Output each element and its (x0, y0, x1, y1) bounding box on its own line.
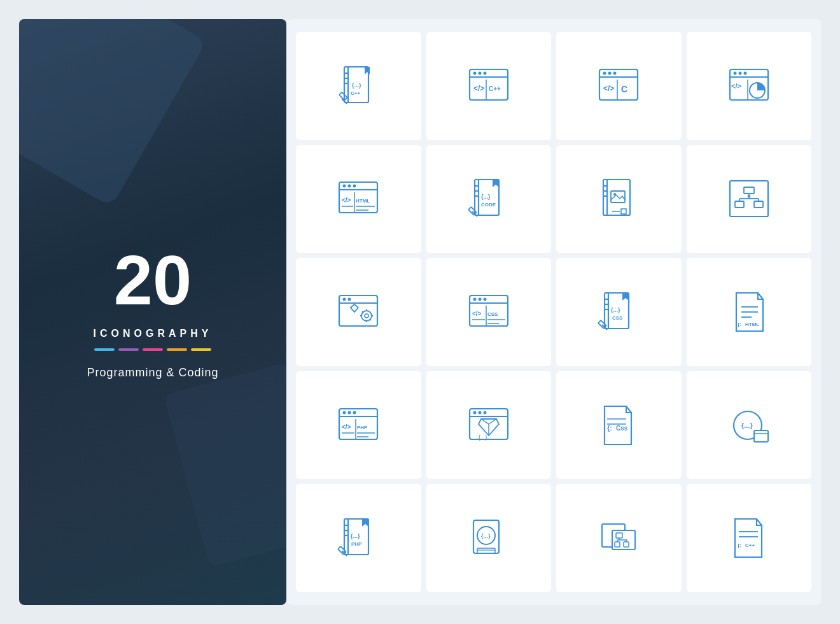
svg-text:CSS: CSS (612, 315, 623, 321)
icon-cell-cpp-notebook: {...} C++ (296, 32, 421, 140)
svg-marker-148 (362, 519, 368, 527)
svg-point-36 (343, 185, 346, 188)
iconography-label: ICONOGRAPHY (87, 328, 218, 339)
svg-text:</>: </> (342, 423, 351, 430)
right-panel: {...} C++ </> (286, 19, 821, 605)
icon-cell-html-file: {: HTML (687, 258, 812, 366)
icon-cell-css-browser: </> CSS (426, 258, 552, 366)
svg-point-38 (353, 185, 356, 188)
svg-text:</>: </> (731, 82, 741, 90)
icon-cell-flowchart-app (556, 484, 682, 592)
svg-line-83 (362, 311, 363, 313)
svg-point-37 (348, 185, 351, 188)
svg-text:{:: {: (738, 542, 741, 548)
icon-row-4: </> PHP (296, 371, 811, 479)
icon-cell-diamond-browser: {...} (426, 371, 552, 479)
svg-text:{:: {: (607, 424, 612, 432)
svg-point-125 (478, 411, 481, 414)
icon-cell-css-file: {: Css (556, 371, 682, 479)
icon-row-5: {...} PHP {...} (296, 484, 811, 592)
icon-cell-c-browser: </> C (556, 32, 682, 140)
svg-text:{...}: {...} (611, 307, 620, 313)
svg-text:{...}: {...} (481, 194, 491, 200)
svg-text:C++: C++ (745, 542, 755, 548)
svg-point-12 (473, 71, 476, 74)
color-bars (87, 348, 218, 351)
svg-text:</>: </> (342, 197, 351, 204)
svg-rect-139 (754, 430, 768, 442)
svg-point-30 (743, 71, 746, 74)
svg-point-89 (483, 297, 486, 301)
svg-line-130 (489, 419, 496, 424)
svg-text:C++: C++ (351, 90, 360, 96)
icon-cell-image-notebook (556, 145, 682, 253)
svg-text:CSS: CSS (487, 311, 498, 317)
svg-text:Css: Css (616, 425, 628, 432)
icon-row-2: </> HTML {...} CODE (296, 145, 811, 253)
svg-point-61 (613, 193, 616, 195)
icon-cell-cpp-browser: </> C++ (426, 32, 552, 140)
svg-point-22 (613, 71, 617, 74)
subtitle: Programming & Coding (87, 366, 218, 379)
svg-text:{...}: {...} (351, 533, 360, 539)
svg-text:{:: {: (738, 322, 741, 327)
icon-cell-html-browser: </> HTML (296, 145, 421, 253)
svg-text:CODE: CODE (481, 202, 496, 208)
svg-line-129 (481, 419, 489, 424)
svg-point-74 (343, 297, 346, 301)
icon-cell-code-notebook: {...} CODE (426, 145, 552, 253)
svg-rect-9 (339, 92, 347, 101)
svg-text:HTML: HTML (745, 322, 759, 327)
svg-text:</>: </> (472, 310, 482, 317)
icon-row-1: {...} C++ </> (296, 32, 811, 140)
svg-point-75 (348, 297, 351, 301)
svg-point-87 (473, 297, 476, 301)
svg-text:{...}: {...} (352, 82, 361, 89)
svg-point-20 (603, 71, 606, 74)
svg-text:C++: C++ (489, 85, 501, 92)
svg-rect-65 (735, 201, 744, 208)
svg-point-14 (483, 71, 486, 74)
svg-point-28 (733, 71, 736, 74)
color-bar-purple (118, 348, 139, 351)
svg-text:{...}: {...} (479, 434, 487, 441)
svg-point-126 (483, 411, 486, 414)
icon-cell-cpp-file: {: C++ (687, 484, 812, 592)
svg-point-29 (738, 71, 741, 74)
icon-cell-code-circle: {...} (687, 371, 812, 479)
svg-marker-103 (622, 293, 629, 301)
svg-point-115 (353, 411, 356, 414)
svg-rect-64 (744, 187, 754, 194)
color-bar-pink (143, 348, 163, 351)
svg-point-88 (478, 297, 481, 301)
icon-cell-php-notebook: {...} PHP (296, 484, 421, 592)
svg-marker-52 (493, 180, 499, 187)
svg-text:{...}: {...} (481, 533, 491, 539)
svg-text:PHP: PHP (351, 541, 362, 547)
left-content: 20 ICONOGRAPHY Programming & Coding (87, 245, 218, 379)
svg-marker-7 (365, 67, 370, 74)
left-panel: 20 ICONOGRAPHY Programming & Coding (19, 19, 286, 605)
svg-point-113 (343, 411, 346, 414)
svg-point-114 (348, 411, 351, 414)
big-number: 20 (87, 245, 218, 315)
icon-row-3: </> CSS {...} CSS (296, 258, 811, 366)
svg-text:{...}: {...} (741, 422, 753, 429)
icon-cell-code-circle-book: {...} (426, 484, 552, 592)
color-bar-blue (94, 348, 115, 351)
svg-text:PHP: PHP (357, 425, 368, 430)
svg-marker-76 (351, 304, 358, 312)
svg-point-13 (478, 71, 481, 74)
icon-cell-diamond-settings (296, 258, 421, 366)
icon-cell-php-browser: </> PHP (296, 371, 421, 479)
svg-rect-66 (754, 201, 763, 208)
svg-point-78 (365, 314, 368, 318)
svg-text:HTML: HTML (356, 198, 370, 204)
svg-text:</>: </> (473, 84, 484, 93)
color-bar-yellow (191, 348, 211, 351)
svg-line-84 (370, 319, 371, 320)
main-container: 20 ICONOGRAPHY Programming & Coding (19, 19, 821, 605)
icon-cell-flowchart (687, 145, 812, 253)
icon-cell-css-notebook: {...} CSS (556, 258, 682, 366)
icon-cell-browser-settings: </> (687, 32, 812, 140)
